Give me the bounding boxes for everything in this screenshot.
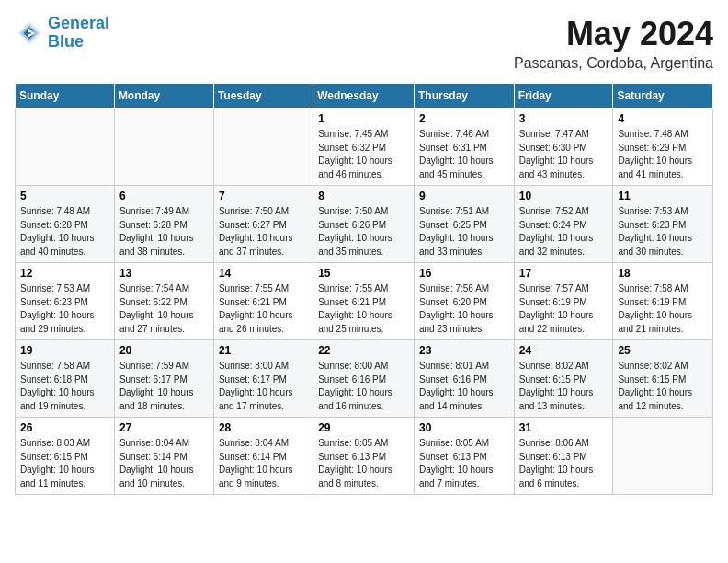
calendar-cell: 4Sunrise: 7:48 AM Sunset: 6:29 PM Daylig… [613, 109, 713, 186]
day-info: Sunrise: 7:55 AM Sunset: 6:21 PM Dayligh… [318, 282, 409, 336]
day-number: 17 [519, 267, 609, 280]
calendar-cell: 29Sunrise: 8:05 AM Sunset: 6:13 PM Dayli… [313, 418, 415, 495]
calendar-cell: 23Sunrise: 8:01 AM Sunset: 6:16 PM Dayli… [414, 340, 514, 418]
day-info: Sunrise: 8:04 AM Sunset: 6:14 PM Dayligh… [119, 437, 209, 490]
calendar-cell: 13Sunrise: 7:54 AM Sunset: 6:22 PM Dayli… [114, 263, 213, 340]
day-number: 2 [419, 112, 509, 125]
day-info: Sunrise: 7:47 AM Sunset: 6:30 PM Dayligh… [519, 128, 609, 181]
day-info: Sunrise: 8:03 AM Sunset: 6:15 PM Dayligh… [20, 437, 109, 490]
day-number: 18 [618, 267, 708, 280]
calendar-cell: 2Sunrise: 7:46 AM Sunset: 6:31 PM Daylig… [414, 109, 514, 186]
calendar-cell: 19Sunrise: 7:58 AM Sunset: 6:18 PM Dayli… [16, 340, 115, 418]
calendar-cell: 5Sunrise: 7:48 AM Sunset: 6:28 PM Daylig… [16, 186, 115, 263]
day-number: 4 [618, 112, 708, 125]
logo: General Blue [15, 15, 109, 52]
day-info: Sunrise: 7:59 AM Sunset: 6:17 PM Dayligh… [119, 360, 209, 413]
calendar-cell: 20Sunrise: 7:59 AM Sunset: 6:17 PM Dayli… [114, 340, 213, 418]
calendar-cell: 15Sunrise: 7:55 AM Sunset: 6:21 PM Dayli… [313, 263, 415, 340]
day-info: Sunrise: 8:06 AM Sunset: 6:13 PM Dayligh… [519, 437, 609, 490]
day-number: 13 [119, 267, 209, 280]
logo-text: General Blue [48, 15, 109, 52]
week-row-4: 26Sunrise: 8:03 AM Sunset: 6:15 PM Dayli… [16, 418, 713, 495]
day-info: Sunrise: 7:57 AM Sunset: 6:19 PM Dayligh… [519, 282, 609, 336]
day-info: Sunrise: 8:02 AM Sunset: 6:15 PM Dayligh… [519, 360, 609, 413]
day-number: 22 [318, 344, 409, 357]
day-number: 26 [20, 421, 109, 434]
weekday-friday: Friday [514, 84, 613, 109]
day-number: 7 [219, 190, 308, 202]
day-info: Sunrise: 8:05 AM Sunset: 6:13 PM Dayligh… [318, 437, 409, 490]
day-number: 1 [318, 112, 409, 125]
day-info: Sunrise: 7:51 AM Sunset: 6:25 PM Dayligh… [419, 205, 509, 259]
weekday-sunday: Sunday [16, 84, 115, 109]
calendar-cell: 8Sunrise: 7:50 AM Sunset: 6:26 PM Daylig… [313, 186, 415, 263]
weekday-saturday: Saturday [613, 84, 713, 109]
day-number: 5 [20, 190, 109, 202]
day-number: 28 [219, 421, 308, 434]
calendar-cell: 6Sunrise: 7:49 AM Sunset: 6:28 PM Daylig… [114, 186, 213, 263]
day-info: Sunrise: 7:46 AM Sunset: 6:31 PM Dayligh… [419, 128, 509, 181]
day-info: Sunrise: 7:58 AM Sunset: 6:18 PM Dayligh… [20, 360, 109, 413]
day-info: Sunrise: 7:53 AM Sunset: 6:23 PM Dayligh… [618, 205, 708, 259]
week-row-0: 1Sunrise: 7:45 AM Sunset: 6:32 PM Daylig… [16, 109, 713, 186]
day-number: 20 [119, 344, 209, 357]
day-info: Sunrise: 8:05 AM Sunset: 6:13 PM Dayligh… [419, 437, 509, 490]
weekday-tuesday: Tuesday [213, 84, 313, 109]
calendar-cell: 30Sunrise: 8:05 AM Sunset: 6:13 PM Dayli… [414, 418, 514, 495]
day-info: Sunrise: 8:01 AM Sunset: 6:16 PM Dayligh… [419, 360, 509, 413]
day-number: 25 [618, 344, 708, 357]
day-info: Sunrise: 7:48 AM Sunset: 6:28 PM Dayligh… [20, 205, 109, 259]
calendar-cell: 25Sunrise: 8:02 AM Sunset: 6:15 PM Dayli… [613, 340, 713, 418]
week-row-3: 19Sunrise: 7:58 AM Sunset: 6:18 PM Dayli… [16, 340, 713, 418]
day-info: Sunrise: 8:02 AM Sunset: 6:15 PM Dayligh… [618, 360, 708, 413]
day-number: 8 [318, 190, 409, 202]
day-number: 15 [318, 267, 409, 280]
calendar-cell: 11Sunrise: 7:53 AM Sunset: 6:23 PM Dayli… [613, 186, 713, 263]
day-number: 10 [519, 190, 609, 202]
calendar-cell: 17Sunrise: 7:57 AM Sunset: 6:19 PM Dayli… [514, 263, 613, 340]
day-info: Sunrise: 7:58 AM Sunset: 6:19 PM Dayligh… [618, 282, 708, 336]
day-number: 30 [419, 421, 509, 434]
day-number: 6 [119, 190, 209, 202]
week-row-1: 5Sunrise: 7:48 AM Sunset: 6:28 PM Daylig… [16, 186, 713, 263]
day-number: 23 [419, 344, 509, 357]
calendar-cell [613, 418, 713, 495]
page-header: General Blue May 2024 Pascanas, Cordoba,… [15, 15, 713, 72]
day-info: Sunrise: 7:55 AM Sunset: 6:21 PM Dayligh… [219, 282, 308, 336]
weekday-monday: Monday [114, 84, 213, 109]
day-info: Sunrise: 7:53 AM Sunset: 6:23 PM Dayligh… [20, 282, 109, 336]
calendar-cell: 12Sunrise: 7:53 AM Sunset: 6:23 PM Dayli… [16, 263, 115, 340]
calendar-cell: 26Sunrise: 8:03 AM Sunset: 6:15 PM Dayli… [16, 418, 115, 495]
calendar-cell: 24Sunrise: 8:02 AM Sunset: 6:15 PM Dayli… [514, 340, 613, 418]
day-info: Sunrise: 7:45 AM Sunset: 6:32 PM Dayligh… [318, 128, 409, 181]
day-number: 27 [119, 421, 209, 434]
day-number: 12 [20, 267, 109, 280]
day-number: 24 [519, 344, 609, 357]
day-number: 9 [419, 190, 509, 202]
calendar-cell: 14Sunrise: 7:55 AM Sunset: 6:21 PM Dayli… [213, 263, 313, 340]
title-block: May 2024 Pascanas, Cordoba, Argentina [514, 15, 713, 72]
calendar-subtitle: Pascanas, Cordoba, Argentina [514, 55, 713, 72]
day-info: Sunrise: 7:49 AM Sunset: 6:28 PM Dayligh… [119, 205, 209, 259]
calendar-cell: 1Sunrise: 7:45 AM Sunset: 6:32 PM Daylig… [313, 109, 415, 186]
weekday-header-row: SundayMondayTuesdayWednesdayThursdayFrid… [16, 84, 713, 109]
day-number: 19 [20, 344, 109, 357]
calendar-cell: 16Sunrise: 7:56 AM Sunset: 6:20 PM Dayli… [414, 263, 514, 340]
calendar-cell [16, 109, 115, 186]
calendar-cell: 22Sunrise: 8:00 AM Sunset: 6:16 PM Dayli… [313, 340, 415, 418]
calendar-cell [114, 109, 213, 186]
day-info: Sunrise: 8:00 AM Sunset: 6:17 PM Dayligh… [219, 360, 308, 413]
day-number: 11 [618, 190, 708, 202]
calendar-cell: 9Sunrise: 7:51 AM Sunset: 6:25 PM Daylig… [414, 186, 514, 263]
day-number: 14 [219, 267, 308, 280]
day-info: Sunrise: 7:50 AM Sunset: 6:27 PM Dayligh… [219, 205, 308, 259]
calendar-cell: 18Sunrise: 7:58 AM Sunset: 6:19 PM Dayli… [613, 263, 713, 340]
day-info: Sunrise: 7:52 AM Sunset: 6:24 PM Dayligh… [519, 205, 609, 259]
calendar-cell: 21Sunrise: 8:00 AM Sunset: 6:17 PM Dayli… [213, 340, 313, 418]
weekday-thursday: Thursday [414, 84, 514, 109]
calendar-table: SundayMondayTuesdayWednesdayThursdayFrid… [15, 83, 713, 495]
day-info: Sunrise: 8:00 AM Sunset: 6:16 PM Dayligh… [318, 360, 409, 413]
day-number: 21 [219, 344, 308, 357]
day-number: 16 [419, 267, 509, 280]
calendar-cell [213, 109, 313, 186]
